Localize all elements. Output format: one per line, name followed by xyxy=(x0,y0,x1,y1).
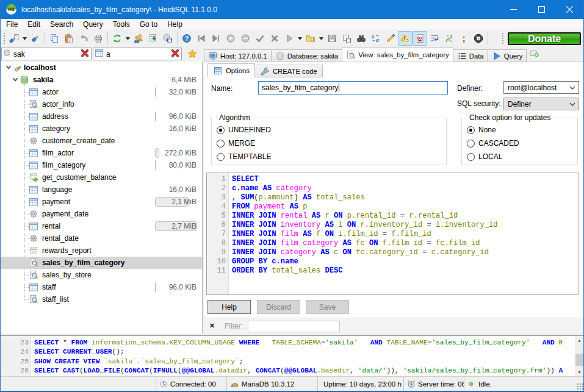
radio-none[interactable]: None xyxy=(467,126,496,134)
tree-item-staff_list[interactable]: staff_list xyxy=(1,293,202,305)
menu-tools[interactable]: Tools xyxy=(108,20,135,29)
tree-item-payment[interactable]: payment2,1 MiB xyxy=(1,196,202,208)
tab-view-sales-by-film-category[interactable]: View: sales_by_film_category xyxy=(342,48,453,62)
menu-edit[interactable]: Edit xyxy=(23,20,45,29)
tree-item-staff[interactable]: staff96,0 KiB xyxy=(1,281,202,293)
maximize-button[interactable] xyxy=(527,0,555,19)
refresh-button[interactable] xyxy=(110,31,124,46)
disconnect-button[interactable] xyxy=(28,31,43,46)
refresh-dropdown[interactable] xyxy=(124,31,131,46)
copy-button[interactable] xyxy=(47,31,62,46)
insert-record-button[interactable] xyxy=(223,31,238,46)
close-filter-icon[interactable]: ✕ xyxy=(209,323,215,329)
tree-item-actor[interactable]: actor32,0 KiB xyxy=(1,86,202,98)
scrollbar-thumb[interactable] xyxy=(575,354,583,366)
tree-item-actor_info[interactable]: actor_info xyxy=(1,98,202,110)
cancel-editing-button[interactable] xyxy=(267,31,282,46)
first-record-button[interactable] xyxy=(194,31,209,46)
radio-local[interactable]: LOCAL xyxy=(467,152,502,161)
delimiter-button[interactable]: ; xyxy=(456,31,471,46)
scroll-down-icon[interactable]: ▼ xyxy=(575,368,584,376)
tree-item-language[interactable]: language16,0 KiB xyxy=(1,184,202,196)
favorites-button[interactable] xyxy=(185,48,200,61)
radio-merge[interactable]: MERGE xyxy=(217,139,255,148)
delete-record-button[interactable] xyxy=(238,31,253,46)
new-query-tab-button[interactable] xyxy=(530,48,539,60)
user-manager-button[interactable] xyxy=(131,31,146,46)
tree-item-rental[interactable]: rental2,7 MiB xyxy=(1,220,202,232)
save-snippet-button[interactable] xyxy=(339,31,354,46)
tree-item-localhost[interactable]: localhost xyxy=(1,62,202,74)
undo-button[interactable] xyxy=(76,31,91,46)
binary-as-hex-button[interactable]: 0x xyxy=(413,31,427,46)
tree-item-payment_date[interactable]: payment_date xyxy=(1,208,202,220)
word-wrap-button[interactable] xyxy=(427,31,442,46)
tab-query[interactable]: Query xyxy=(488,49,527,62)
tab-create-code[interactable]: CREATE code xyxy=(254,65,323,77)
tree-item-category[interactable]: category16,0 KiB xyxy=(1,123,202,135)
log-scrollbar[interactable]: ▲ ▼ xyxy=(575,336,584,376)
radio-undefined[interactable]: UNDEFINED xyxy=(217,126,271,134)
session-manager-button[interactable] xyxy=(7,31,21,46)
definer-select[interactable]: root@localhost xyxy=(503,81,579,94)
export-database-button[interactable] xyxy=(160,31,175,46)
execute-dropdown[interactable] xyxy=(297,31,303,46)
status-section-uptime-10-days-23-00-h: Uptime: 10 days, 23:00 h xyxy=(318,377,404,391)
filter-input[interactable] xyxy=(248,321,340,332)
menu-go-to[interactable]: Go to xyxy=(135,20,162,29)
discard-button[interactable]: Discard xyxy=(257,300,300,314)
menu-help[interactable]: Help xyxy=(162,20,187,29)
tree-item-sales_by_film_category[interactable]: sales_by_film_category xyxy=(1,257,202,269)
reformat-button[interactable] xyxy=(442,31,456,46)
execute-sql-button[interactable] xyxy=(282,31,297,46)
load-dropdown[interactable] xyxy=(318,31,325,46)
clear-database-filter-icon[interactable] xyxy=(81,48,90,60)
help-button[interactable]: ? xyxy=(179,31,194,46)
tree-item-address[interactable]: address96,0 KiB xyxy=(1,110,202,123)
menu-query[interactable]: Query xyxy=(78,20,108,29)
stop-on-errors-button[interactable] xyxy=(398,31,413,46)
post-button[interactable] xyxy=(253,31,267,46)
radio-temptable[interactable]: TEMPTABLE xyxy=(217,152,271,161)
last-record-button[interactable] xyxy=(209,31,223,46)
session-dropdown[interactable] xyxy=(21,31,28,46)
paste-button[interactable] xyxy=(62,31,76,46)
import-button[interactable] xyxy=(146,31,160,46)
expand-chevron-icon[interactable] xyxy=(12,77,18,82)
replace-text-button[interactable]: ba xyxy=(369,31,383,46)
clear-table-filter-icon[interactable] xyxy=(171,48,180,60)
save-button[interactable]: Save xyxy=(306,300,349,314)
print-button[interactable] xyxy=(91,31,106,46)
menu-file[interactable]: File xyxy=(1,20,23,29)
radio-cascaded[interactable]: CASCADED xyxy=(467,139,519,148)
scroll-up-icon[interactable]: ▲ xyxy=(575,336,584,345)
beautify-sql-button[interactable] xyxy=(383,31,398,46)
close-button[interactable] xyxy=(555,0,583,19)
tree-item-sakila[interactable]: sakila6,4 MiB xyxy=(1,74,202,86)
tree-item-get_customer_balance[interactable]: get_customer_balance xyxy=(1,171,202,184)
expand-chevron-icon[interactable] xyxy=(5,65,12,70)
tree-item-rewards_report[interactable]: rewards_report xyxy=(1,244,202,257)
tree-item-film_actor[interactable]: film_actor272,0 KiB xyxy=(1,147,202,159)
donate-button[interactable]: Donate xyxy=(508,32,581,45)
sql-editor[interactable]: 1SELECT2c.name AS category3, SUM(p.amoun… xyxy=(206,173,579,295)
name-input[interactable]: sales_by_film_category xyxy=(258,81,448,94)
menu-search[interactable]: Search xyxy=(45,20,78,29)
sql-security-select[interactable]: Definer xyxy=(503,98,579,110)
tree-item-customer_create_date[interactable]: customer_create_date xyxy=(1,135,202,147)
save-sql-button[interactable] xyxy=(325,31,339,46)
database-filter-input[interactable]: sak xyxy=(1,48,92,60)
minimize-button[interactable] xyxy=(499,0,527,19)
tree-item-sales_by_store[interactable]: sales_by_store xyxy=(1,269,202,281)
tab-options[interactable]: Options xyxy=(207,63,255,77)
help-button[interactable]: Help xyxy=(207,300,251,314)
tab-host-127-0-0-1[interactable]: Host: 127.0.0.1 xyxy=(204,49,272,62)
tree-item-rental_date[interactable]: rental_date xyxy=(1,232,202,244)
table-filter-input[interactable]: a xyxy=(93,48,182,60)
tab-data[interactable]: Data xyxy=(453,49,488,62)
load-sql-button[interactable] xyxy=(303,31,318,46)
find-text-button[interactable] xyxy=(354,31,369,46)
tree-item-film_category[interactable]: film_category80,0 KiB xyxy=(1,159,202,171)
tab-database-sakila[interactable]: Database: sakila xyxy=(271,49,343,62)
stop-button[interactable] xyxy=(471,31,486,46)
